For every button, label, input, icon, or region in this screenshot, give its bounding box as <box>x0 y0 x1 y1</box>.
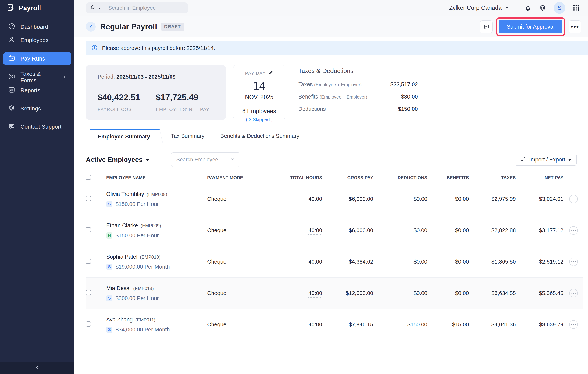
dashboard-icon <box>8 22 15 31</box>
net-pay: $5,365.45 <box>516 290 563 296</box>
more-actions-button[interactable]: ••• <box>569 21 581 33</box>
payment-mode: Cheque <box>207 259 264 265</box>
search-placeholder: Search in Employee <box>108 5 156 11</box>
total-hours[interactable]: 40:00 <box>308 259 322 266</box>
submit-for-approval-button[interactable]: Submit for Approval <box>499 20 562 33</box>
ellipsis-icon: ••• <box>571 23 579 30</box>
row-checkbox[interactable] <box>86 196 91 201</box>
tax-row-sublabel: (Employee + Employer) <box>314 82 362 87</box>
summary-section: Period:2025/11/03 - 2025/11/09 $40,422.5… <box>74 55 588 120</box>
benefits: $0.00 <box>427 259 469 265</box>
skipped-employees-link[interactable]: ( 3 Skipped ) <box>246 117 273 122</box>
import-export-button[interactable]: Import / Export <box>515 154 577 166</box>
employee-name[interactable]: Sophia Patel <box>106 254 137 260</box>
payroll-cost-label: PAYROLL COST <box>98 107 156 112</box>
employee-filter-dropdown[interactable]: Active Employees <box>86 156 149 163</box>
benefits: $0.00 <box>427 290 469 296</box>
col-total-hours: TOTAL HOURS <box>264 175 322 180</box>
payday-day: 14 <box>253 79 266 92</box>
employee-id: (EMP008) <box>147 192 167 197</box>
sidebar-item-contact-support[interactable]: Contact Support <box>3 121 72 133</box>
employee-id: (EMP009) <box>141 223 161 228</box>
pay-rate: $300.00 Per Hour <box>116 295 159 301</box>
sidebar-collapse-button[interactable] <box>0 362 74 374</box>
info-icon <box>91 44 98 52</box>
apps-grid-icon[interactable] <box>573 4 580 11</box>
chevron-down-icon <box>505 5 510 11</box>
total-hours[interactable]: 40:00 <box>308 196 322 203</box>
employee-name[interactable]: Ava Zhang <box>106 317 133 322</box>
divider <box>104 5 104 11</box>
total-hours[interactable]: 40:00 <box>308 290 322 298</box>
total-hours[interactable]: 40:00 <box>308 227 322 235</box>
taxes: $4,041.36 <box>469 322 516 328</box>
org-selector[interactable]: Zylker Corp Canada <box>449 5 510 11</box>
gross-pay: $6,000.00 <box>322 196 373 202</box>
row-menu-button[interactable] <box>569 258 578 266</box>
import-export-icon <box>520 156 526 163</box>
row-menu-button[interactable] <box>569 320 578 329</box>
top-right-cluster: Zylker Corp Canada <box>449 2 580 14</box>
main-area: Search in Employee Zylker Corp Canada <box>74 0 588 374</box>
tax-row-label: Deductions <box>298 106 326 112</box>
employee-name[interactable]: Olivia Tremblay <box>106 191 144 197</box>
row-menu-button[interactable] <box>569 195 578 203</box>
comment-button[interactable] <box>480 21 493 33</box>
settings-gear-icon <box>8 104 15 113</box>
employee-id: (EMP011) <box>135 317 155 322</box>
table-row: Ethan Clarke (EMP009) H $150.00 Per Hour… <box>86 215 583 246</box>
select-all-checkbox[interactable] <box>86 175 91 180</box>
row-menu-button[interactable] <box>569 226 578 235</box>
pay-rate: $150.00 Per Hour <box>116 232 159 239</box>
tab-employee-summary[interactable]: Employee Summary <box>90 129 158 144</box>
employee-table: EMPLOYEE NAME PAYMENT MODE TOTAL HOURS G… <box>74 172 588 340</box>
banner-text: Please approve this payroll before 2025/… <box>102 45 215 51</box>
employee-name[interactable]: Ethan Clarke <box>106 222 138 229</box>
sidebar-item-pay-runs[interactable]: Pay Runs <box>3 52 72 65</box>
avatar[interactable]: S <box>554 2 565 14</box>
employee-id: (EMP013) <box>133 286 154 291</box>
net-pay: $3,177.12 <box>516 227 563 234</box>
edit-pencil-icon[interactable] <box>268 70 273 77</box>
global-search-input[interactable]: Search in Employee <box>86 2 188 13</box>
tax-row-label: Taxes <box>298 81 313 88</box>
employee-name[interactable]: Mia Desai <box>106 285 131 291</box>
table-body: Olivia Tremblay (EMP008) S $150.00 Per H… <box>86 183 583 340</box>
caret-down-icon <box>146 159 149 161</box>
col-deductions: DEDUCTIONS <box>373 175 427 180</box>
sidebar-item-dashboard[interactable]: Dashboard <box>3 21 72 33</box>
settings-gear-icon[interactable] <box>539 4 546 12</box>
row-checkbox[interactable] <box>86 290 91 295</box>
search-employee-select[interactable]: Search Employee <box>171 152 240 167</box>
taxes-title: Taxes & Deductions <box>298 67 418 74</box>
reports-icon <box>8 86 15 95</box>
sidebar-item-employees[interactable]: Employees <box>3 34 72 46</box>
tax-row-value: $30.00 <box>401 94 418 100</box>
total-hours[interactable]: 40:00 <box>308 322 322 329</box>
notifications-bell-icon[interactable] <box>524 4 532 12</box>
payday-employee-count: 8 Employees <box>242 108 276 114</box>
col-employee-name: EMPLOYEE NAME <box>106 175 207 180</box>
tab-benefits-deductions-summary[interactable]: Benefits & Deductions Summary <box>212 129 307 144</box>
row-checkbox[interactable] <box>86 259 91 264</box>
back-button[interactable] <box>86 22 96 31</box>
row-checkbox[interactable] <box>86 227 91 232</box>
table-row: Mia Desai (EMP013) S $300.00 Per Hour Ch… <box>86 278 583 309</box>
app-title: Payroll <box>19 4 41 12</box>
employees-icon <box>8 36 15 45</box>
benefits: $15.00 <box>427 322 469 328</box>
row-checkbox[interactable] <box>86 322 91 327</box>
payday-month: NOV, 2025 <box>245 94 273 101</box>
sidebar-item-taxes-forms[interactable]: Taxes & Forms <box>3 71 72 83</box>
pay-type-badge: S <box>106 295 113 301</box>
annotation-highlight-box: Submit for Approval <box>496 17 565 36</box>
tab-tax-summary[interactable]: Tax Summary <box>163 129 212 144</box>
sidebar-item-settings[interactable]: Settings <box>3 103 72 114</box>
row-menu-button[interactable] <box>569 289 578 297</box>
col-net-pay: NET PAY <box>516 175 563 180</box>
sidebar: Payroll Dashboard Employees <box>0 0 74 374</box>
search-scope-caret-icon[interactable] <box>98 8 101 9</box>
app-root: Payroll Dashboard Employees <box>0 0 588 374</box>
tax-row-label: Benefits <box>298 94 318 100</box>
sidebar-item-reports[interactable]: Reports <box>3 84 72 96</box>
